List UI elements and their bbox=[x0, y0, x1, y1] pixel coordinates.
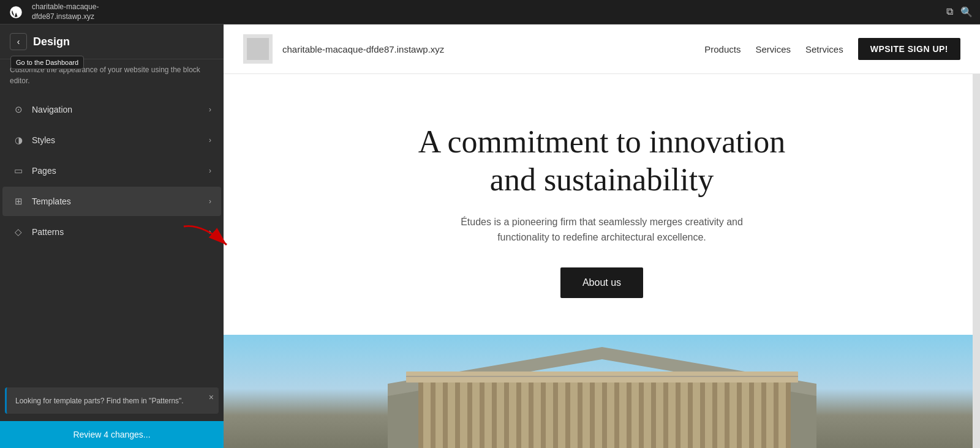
nav-setrvices[interactable]: Setrvices bbox=[805, 44, 843, 54]
site-url: charitable-macaque-dfde87.instawp.xyz bbox=[282, 44, 444, 54]
sidebar: ‹ Go to the Dashboard Design Customize t… bbox=[0, 24, 224, 448]
svg-rect-8 bbox=[455, 378, 460, 448]
site-name: charitable-macaque- dfde87.instawp.xyz bbox=[32, 2, 99, 21]
top-bar: charitable-macaque- dfde87.instawp.xyz ⧉… bbox=[0, 0, 980, 24]
signup-button[interactable]: WPSITE SIGN UP! bbox=[858, 38, 960, 60]
main-layout: ‹ Go to the Dashboard Design Customize t… bbox=[0, 24, 980, 448]
sidebar-item-patterns[interactable]: ◇ Patterns › bbox=[2, 217, 221, 247]
svg-rect-15 bbox=[541, 378, 546, 448]
nav-services[interactable]: Services bbox=[755, 44, 791, 54]
patterns-arrow: › bbox=[209, 228, 211, 236]
scrollbar[interactable] bbox=[973, 24, 980, 448]
templates-label: Templates bbox=[32, 196, 202, 206]
notification-text: Looking for template parts? Find them in… bbox=[15, 397, 184, 405]
svg-rect-29 bbox=[712, 378, 717, 448]
search-icon[interactable]: 🔍 bbox=[960, 6, 973, 18]
site-logo bbox=[243, 34, 273, 64]
notification-box: Looking for template parts? Find them in… bbox=[5, 387, 219, 414]
svg-rect-12 bbox=[504, 378, 509, 448]
sidebar-menu: ⊙ Navigation › ◑ Styles › ▭ Pages › ⊞ Te… bbox=[0, 94, 224, 380]
notification-close-button[interactable]: × bbox=[209, 392, 214, 402]
svg-rect-31 bbox=[737, 378, 742, 448]
sidebar-item-pages[interactable]: ▭ Pages › bbox=[2, 156, 221, 185]
svg-rect-28 bbox=[700, 378, 705, 448]
svg-rect-33 bbox=[761, 378, 766, 448]
tooltip: Go to the Dashboard bbox=[10, 56, 84, 69]
styles-arrow: › bbox=[209, 136, 211, 144]
hero-subtitle: Études is a pioneering firm that seamles… bbox=[443, 214, 761, 245]
hero-section: A commitment to innovation and sustainab… bbox=[224, 74, 980, 335]
sidebar-item-templates[interactable]: ⊞ Templates › bbox=[2, 187, 221, 216]
svg-rect-19 bbox=[590, 378, 595, 448]
navigation-arrow: › bbox=[209, 105, 211, 114]
svg-rect-23 bbox=[639, 378, 644, 448]
svg-rect-14 bbox=[529, 378, 533, 448]
pages-arrow: › bbox=[209, 166, 211, 175]
site-header: charitable-macaque-dfde87.instawp.xyz Pr… bbox=[224, 24, 980, 74]
sidebar-item-styles[interactable]: ◑ Styles › bbox=[2, 125, 221, 155]
svg-rect-11 bbox=[492, 378, 497, 448]
svg-rect-10 bbox=[480, 378, 484, 448]
svg-rect-16 bbox=[553, 378, 558, 448]
templates-arrow: › bbox=[209, 197, 211, 206]
nav-products[interactable]: Products bbox=[704, 44, 741, 54]
svg-rect-7 bbox=[443, 378, 448, 448]
top-bar-actions: ⧉ 🔍 bbox=[946, 6, 973, 18]
svg-rect-26 bbox=[676, 378, 680, 448]
svg-rect-18 bbox=[578, 378, 582, 448]
templates-icon: ⊞ bbox=[12, 195, 24, 207]
svg-rect-30 bbox=[725, 378, 729, 448]
svg-rect-32 bbox=[749, 378, 754, 448]
styles-label: Styles bbox=[32, 135, 202, 145]
svg-rect-24 bbox=[651, 378, 656, 448]
svg-rect-25 bbox=[663, 378, 668, 448]
patterns-icon: ◇ bbox=[12, 226, 24, 238]
website-preview: charitable-macaque-dfde87.instawp.xyz Pr… bbox=[224, 24, 980, 448]
svg-rect-21 bbox=[614, 378, 619, 448]
svg-rect-13 bbox=[516, 378, 521, 448]
pages-label: Pages bbox=[32, 166, 202, 176]
sidebar-title: Design bbox=[33, 35, 70, 48]
svg-rect-5 bbox=[418, 378, 423, 448]
wp-logo[interactable] bbox=[7, 4, 24, 21]
about-button[interactable]: About us bbox=[560, 267, 643, 298]
svg-rect-34 bbox=[774, 378, 778, 448]
navigation-label: Navigation bbox=[32, 105, 202, 114]
svg-rect-9 bbox=[467, 378, 472, 448]
svg-rect-20 bbox=[602, 378, 607, 448]
svg-rect-17 bbox=[565, 378, 570, 448]
pages-icon: ▭ bbox=[12, 165, 24, 177]
svg-rect-27 bbox=[688, 378, 693, 448]
svg-rect-36 bbox=[406, 371, 798, 383]
site-navigation: Products Services Setrvices WPSITE SIGN … bbox=[704, 38, 960, 60]
site-logo-inner bbox=[247, 38, 269, 60]
svg-rect-35 bbox=[786, 378, 791, 448]
sidebar-item-navigation[interactable]: ⊙ Navigation › bbox=[2, 95, 221, 124]
styles-icon: ◑ bbox=[12, 134, 24, 146]
svg-rect-6 bbox=[431, 378, 435, 448]
hero-title: A commitment to innovation and sustainab… bbox=[394, 123, 810, 200]
patterns-label: Patterns bbox=[32, 227, 202, 237]
building-facade-svg: /* slats rendered via CSS below */ bbox=[388, 347, 816, 448]
review-changes-button[interactable]: Review 4 changes... bbox=[0, 421, 224, 448]
building-image: /* slats rendered via CSS below */ bbox=[224, 335, 980, 448]
navigation-icon: ⊙ bbox=[12, 103, 24, 116]
sidebar-header: ‹ Go to the Dashboard Design bbox=[0, 24, 224, 59]
website-preview-area: charitable-macaque-dfde87.instawp.xyz Pr… bbox=[224, 24, 980, 448]
external-link-icon[interactable]: ⧉ bbox=[946, 6, 953, 18]
back-button[interactable]: ‹ Go to the Dashboard bbox=[10, 33, 27, 50]
svg-rect-22 bbox=[627, 378, 631, 448]
